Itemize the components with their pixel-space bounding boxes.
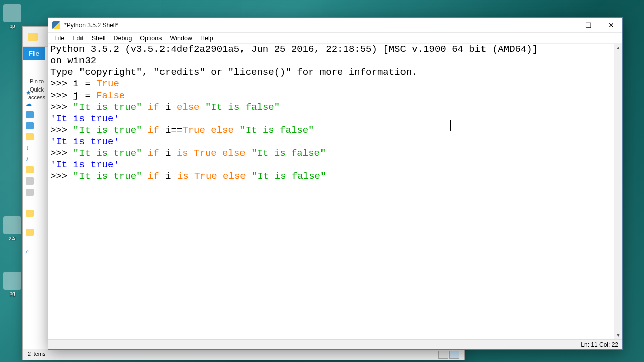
sidebar-item[interactable]: ♪ — [23, 153, 48, 164]
folder-icon — [28, 33, 38, 41]
menu-shell[interactable]: Shell — [88, 34, 110, 43]
idle-cursor-position: Ln: 11 Col: 22 — [581, 341, 618, 348]
desktop-icon[interactable]: pg — [1, 272, 23, 296]
close-button[interactable]: ✕ — [600, 18, 622, 33]
menu-window[interactable]: Window — [166, 34, 196, 43]
window-controls: — ☐ ✕ — [554, 18, 622, 33]
idle-menubar: File Edit Shell Debug Options Window Hel… — [48, 33, 622, 44]
folder-icon — [26, 210, 34, 217]
sidebar-item[interactable] — [23, 187, 48, 198]
sidebar-item[interactable] — [23, 109, 48, 120]
folder-icon — [26, 133, 34, 140]
sidebar-item[interactable] — [23, 227, 48, 238]
sidebar-item[interactable] — [23, 175, 48, 187]
explorer-sidebar: ★ ☁ ↓ ♪ ⌂ — [23, 87, 48, 257]
desktop-icon-label: pp — [1, 23, 23, 29]
desktop-icon[interactable]: pp — [1, 4, 23, 29]
idle-shell-text[interactable]: Python 3.5.2 (v3.5.2:4def2a2901a5, Jun 2… — [48, 44, 614, 339]
desktop-icon-label: pg — [1, 291, 23, 296]
explorer-view-switcher — [438, 351, 459, 358]
menu-help[interactable]: Help — [196, 34, 217, 43]
menu-file[interactable]: File — [50, 34, 68, 43]
view-details-button[interactable] — [438, 351, 448, 359]
idle-editor-area: Python 3.5.2 (v3.5.2:4def2a2901a5, Jun 2… — [48, 44, 622, 339]
sidebar-item[interactable] — [23, 131, 48, 142]
sidebar-item[interactable]: ☁ — [23, 98, 48, 109]
pc-icon — [26, 111, 34, 118]
desktop-icon-label: xts — [1, 235, 23, 241]
idle-statusbar: Ln: 11 Col: 22 — [48, 339, 622, 349]
desktop-icon — [26, 122, 34, 129]
menu-edit[interactable]: Edit — [68, 34, 88, 43]
sidebar-item[interactable]: ⌂ — [23, 246, 48, 257]
view-large-button[interactable] — [449, 351, 459, 359]
desktop-icon[interactable]: xts — [1, 216, 23, 241]
menu-debug[interactable]: Debug — [110, 34, 136, 43]
menu-options[interactable]: Options — [136, 34, 166, 43]
folder-icon — [26, 166, 34, 173]
sidebar-item[interactable] — [23, 164, 48, 175]
idle-titlebar[interactable]: *Python 3.5.2 Shell* — ☐ ✕ — [48, 18, 622, 33]
folder-icon — [26, 229, 34, 236]
homegroup-icon: ⌂ — [26, 248, 34, 255]
minimize-button[interactable]: — — [554, 18, 577, 33]
explorer-tab-file[interactable]: File — [23, 47, 45, 60]
sidebar-item[interactable]: ↓ — [23, 142, 48, 153]
explorer-statusbar: 2 items — [23, 349, 464, 360]
drive-icon — [26, 189, 34, 196]
download-icon: ↓ — [26, 144, 34, 151]
vertical-scrollbar[interactable]: ▲ ▼ — [614, 44, 622, 339]
sidebar-item[interactable] — [23, 120, 48, 131]
idle-title: *Python 3.5.2 Shell* — [64, 22, 554, 29]
sidebar-item[interactable]: ★ — [23, 87, 48, 98]
music-icon: ♪ — [26, 155, 34, 162]
maximize-button[interactable]: ☐ — [577, 18, 600, 33]
scroll-down-button[interactable]: ▼ — [614, 331, 622, 339]
sidebar-item[interactable] — [23, 208, 48, 219]
star-icon: ★ — [26, 89, 34, 96]
editor-caret-marker — [450, 120, 451, 131]
drive-icon — [26, 177, 34, 185]
explorer-item-count: 2 items — [28, 351, 45, 358]
idle-window: *Python 3.5.2 Shell* — ☐ ✕ File Edit She… — [48, 17, 623, 350]
cloud-icon: ☁ — [26, 100, 34, 107]
python-icon — [52, 21, 60, 29]
scroll-up-button[interactable]: ▲ — [614, 44, 622, 52]
